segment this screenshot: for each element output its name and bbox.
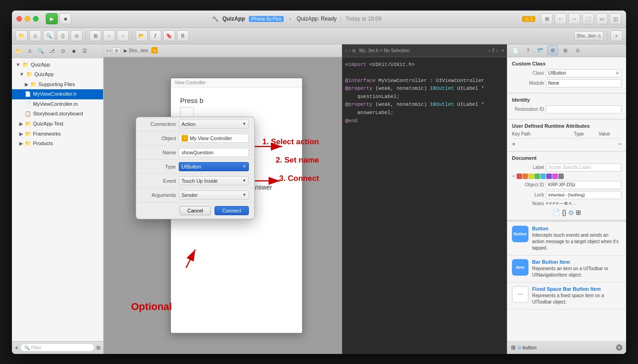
issues-btn[interactable]: ⚠ [29, 30, 41, 41]
inspector-grid-btn[interactable]: ⊞ [511, 344, 516, 351]
inspector-file-btn[interactable]: 📄 [510, 45, 521, 55]
close-button[interactable] [16, 16, 22, 22]
code-nav-right[interactable]: › [496, 48, 498, 53]
inspector-help-btn[interactable]: ? [522, 45, 534, 55]
note-icon-1[interactable]: ≡ [546, 201, 548, 206]
connection-label: Connection [142, 121, 176, 127]
restoration-field[interactable] [546, 105, 622, 114]
minimize-button[interactable] [25, 16, 30, 22]
sidebar-item-storyboard[interactable]: 📋 Storyboard.storyboard [12, 109, 103, 119]
inspector-attrib-btn[interactable]: ⚙ [547, 45, 558, 55]
tag-btn[interactable]: B [177, 30, 189, 41]
view-toggle-btn[interactable]: ⊞ [541, 13, 553, 24]
module-field[interactable]: None [546, 79, 622, 87]
layout-btn3[interactable]: ◫ [610, 13, 622, 24]
swatch-gray[interactable] [558, 174, 564, 179]
search-icon: 🔍 [24, 345, 30, 350]
grid-icon[interactable]: ⊞ [576, 209, 581, 216]
note-icon-8[interactable]: … [572, 201, 577, 206]
sidebar-item-frameworks[interactable]: ▶ 📁 Frameworks [12, 129, 103, 139]
swatch-green[interactable] [534, 174, 540, 179]
sidebar-item-viewcontroller-m[interactable]: 📄 MyViewController.m [12, 99, 103, 109]
nav-fwd-btn[interactable]: › [110, 48, 111, 53]
code-nav-back[interactable]: ‹ [345, 48, 346, 53]
sidebar-log-icon[interactable]: ☰ [80, 46, 90, 56]
related-btn[interactable]: ⊘ [352, 48, 356, 53]
sidebar-debug-icon[interactable]: ⊙ [58, 46, 68, 56]
run-button[interactable]: ▶ [46, 13, 58, 24]
swatch-pink[interactable] [552, 174, 558, 179]
search-btn[interactable]: 🔍 [43, 30, 55, 41]
arguments-dropdown[interactable]: Sender ▼ [179, 190, 249, 200]
stop-button[interactable]: ■ [60, 13, 72, 24]
notes-action-icons: 📄 {} ⊙ ⊞ [512, 209, 622, 216]
layout-btn1[interactable]: ⬜ [582, 13, 594, 24]
nav-fwd-btn[interactable]: → [568, 13, 580, 24]
sidebar-issues-icon[interactable]: ⚠ [25, 46, 35, 56]
sidebar-breakpoint-icon[interactable]: ◆ [69, 46, 79, 56]
code-nav-left[interactable]: ‹ [489, 48, 490, 53]
related-files-btn[interactable]: ⊘ [112, 47, 121, 54]
swatch-orange[interactable] [522, 174, 528, 179]
sidebar-item-viewcontroller-h[interactable]: 📄 MyViewController.h [12, 89, 103, 99]
sidebar-options-btn[interactable]: ⊞ [96, 345, 100, 351]
connect-button[interactable]: Connect [214, 206, 249, 215]
doc-label-field[interactable]: Xcode Specific Label [546, 163, 622, 172]
sidebar-search-icon[interactable]: 🔍 [36, 46, 46, 56]
sidebar-item-quizapp[interactable]: ▼ 📁 QuizApp [12, 70, 103, 80]
hierarchy-btn[interactable]: 📂 [136, 30, 148, 41]
debug-btn[interactable]: ⊙ [71, 30, 82, 41]
nav-back-btn[interactable]: ‹ [106, 48, 108, 53]
sidebar-git-icon[interactable]: ⎇ [47, 46, 57, 56]
swatch-yellow[interactable] [528, 174, 534, 179]
note-icon-4[interactable]: ≡ [556, 201, 558, 206]
storyboard-canvas[interactable]: View Controller Press b Show qu Press be… [104, 57, 342, 354]
inspector-identity-btn[interactable]: 🪪 [535, 45, 546, 55]
cancel-button[interactable]: Cancel [180, 206, 211, 215]
inspector-size-btn[interactable]: ⊞ [560, 45, 571, 55]
sidebar-item-quizapp-root[interactable]: ▼ 📁 QuizApp [12, 60, 103, 70]
note-icon-3[interactable]: ≡ [553, 201, 555, 206]
sidebar-item-test[interactable]: ▶ 📁 QuizApp-Test [12, 119, 103, 129]
plus-editor-btn[interactable]: + [610, 30, 622, 41]
code-icon[interactable]: {} [562, 209, 566, 216]
note-icon-2[interactable]: ≡ [549, 201, 551, 206]
event-dropdown[interactable]: Touch Up Inside ▼ [179, 176, 249, 185]
note-icon-5[interactable]: — [559, 201, 563, 206]
nav-btn[interactable]: ← [555, 13, 566, 24]
back-btn[interactable]: ‹ [103, 30, 115, 41]
circle-icon[interactable]: ⊙ [568, 209, 574, 216]
clear-filter-btn[interactable]: ✕ [616, 344, 622, 351]
func-btn[interactable]: ƒ [149, 30, 161, 41]
folder-btn[interactable]: 📁 [16, 30, 28, 41]
bookmark-btn[interactable]: 🔖 [163, 30, 175, 41]
maximize-button[interactable] [33, 16, 38, 22]
lock-field[interactable]: Inherited - (Nothing) [546, 191, 622, 199]
sidebar-item-supporting[interactable]: ▶ 📁 Supporting Files [12, 80, 103, 90]
connection-dropdown[interactable]: Action ▼ [179, 120, 249, 129]
swatch-purple[interactable] [546, 174, 552, 179]
type-dropdown[interactable]: UIButton ▼ [179, 162, 249, 171]
add-code-btn[interactable]: + [501, 48, 504, 53]
source-btn[interactable]: ⟨⟩ [57, 30, 69, 41]
inspector-connect-btn[interactable]: ⊙ [572, 45, 583, 55]
swatch-red[interactable] [517, 174, 522, 179]
sep1 [86, 31, 86, 40]
note-icon-6[interactable]: ⊞ [564, 201, 568, 206]
class-field[interactable]: UIButton ⚙ [546, 69, 622, 77]
new-doc-icon[interactable]: 📄 [552, 209, 560, 216]
sidebar-folder-icon[interactable]: 📁 [14, 46, 24, 56]
sidebar-filter-input[interactable]: 🔍 Filter [20, 343, 94, 352]
layout-btn2[interactable]: ▭ [596, 13, 608, 24]
code-nav-fwd[interactable]: › [348, 48, 350, 53]
name-field[interactable]: showQuestion [179, 148, 249, 157]
remove-attr-btn[interactable]: − [618, 141, 622, 147]
add-file-btn[interactable]: + [15, 344, 18, 351]
file-path-breadcrumb[interactable]: Sho...tion ⚠ [574, 31, 604, 40]
fwd-btn[interactable]: › [117, 30, 129, 41]
swatch-blue[interactable] [540, 174, 546, 179]
sidebar-item-products[interactable]: ▶ 📁 Products [12, 139, 103, 149]
note-icon-7[interactable]: A [569, 201, 572, 206]
add-attr-btn[interactable]: + [512, 141, 516, 147]
grid-btn[interactable]: ⊞ [89, 30, 101, 41]
